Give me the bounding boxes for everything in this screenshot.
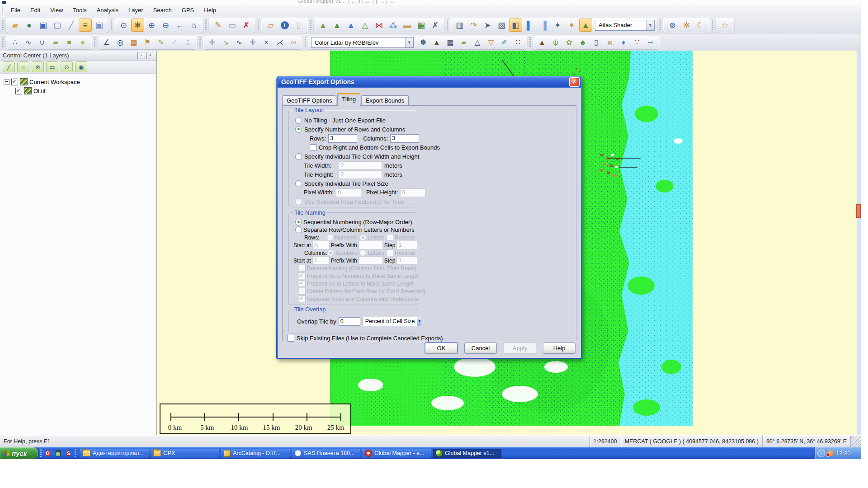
3d-view-icon[interactable]: ▧ [495, 19, 508, 32]
tree-collapse-icon[interactable] [4, 79, 9, 85]
classify-ground-icon[interactable]: ✽ [417, 37, 429, 48]
map-window-icon[interactable]: ▢ [51, 19, 64, 32]
menu-tools[interactable]: Tools [68, 6, 91, 14]
task-gpx-folder[interactable]: GPX [151, 449, 219, 458]
apply-check-icon[interactable]: ✓ [168, 37, 181, 48]
rows-columns-radio[interactable] [295, 126, 302, 133]
combo-arrow-icon[interactable]: ▼ [405, 38, 413, 47]
tab-tiling[interactable]: Tiling [337, 93, 360, 106]
create-point-icon[interactable]: ∴ [9, 37, 21, 48]
pan-hand-icon[interactable]: ✱ [131, 19, 144, 32]
layer-options-icon[interactable]: ╱ [3, 61, 15, 72]
start-button[interactable]: пуск [0, 447, 38, 459]
digitizer-pencil-icon[interactable]: ✎ [212, 19, 225, 32]
lidar-filter-icon[interactable]: ▐ [537, 19, 550, 32]
menu-layer[interactable]: Layer [123, 6, 148, 14]
s-quicklaunch-icon[interactable]: S [65, 450, 72, 457]
search-document-icon[interactable]: ▯ [292, 19, 305, 32]
extract-features-icon[interactable]: ▰ [458, 37, 470, 48]
water-type-icon[interactable]: ♦ [617, 37, 630, 48]
water-rise-icon[interactable]: ▲ [344, 19, 358, 32]
download-online-imagery-icon[interactable]: ● [23, 19, 36, 32]
feature-info-icon[interactable]: i [278, 19, 291, 32]
cell-size-radio[interactable] [295, 153, 302, 160]
task-global-mapper-2[interactable]: Global Mapper - в... [362, 449, 431, 458]
configure-icon[interactable]: ╱ [65, 19, 78, 32]
zoom-out-icon[interactable]: ⊖ [159, 19, 172, 32]
crop-layer-icon[interactable]: ▭ [46, 61, 58, 72]
antivirus-tray-icon[interactable] [827, 450, 834, 456]
key-points-icon[interactable]: ⊸ [644, 37, 657, 48]
menu-help[interactable]: Help [199, 6, 221, 14]
shrub-type-icon[interactable]: ✿ [563, 37, 576, 48]
skip-existing-checkbox[interactable] [288, 335, 294, 342]
tab-geotiff-options[interactable]: GeoTIFF Options [282, 95, 336, 105]
clear-selection-icon[interactable]: ✗ [240, 19, 253, 32]
snap-target-icon[interactable]: ◎ [114, 37, 127, 48]
filter-lidar-icon[interactable]: ▽ [485, 37, 497, 48]
menu-edit[interactable]: Edit [25, 6, 45, 14]
create-line-icon[interactable]: ∿ [22, 37, 35, 48]
zoom-in-icon[interactable]: ⊕ [145, 19, 158, 32]
favorites-star-icon[interactable]: ☆ [718, 19, 731, 32]
classify-vegetation-icon[interactable]: ▲ [430, 37, 443, 48]
crop-cells-checkbox[interactable] [310, 144, 316, 151]
classify-buildings-icon[interactable]: ▦ [444, 37, 457, 48]
paint-area-icon[interactable]: ✎ [155, 37, 167, 48]
workspace-checkbox[interactable] [11, 79, 18, 85]
cancel-button[interactable]: Cancel [464, 343, 497, 354]
settings-gear-icon[interactable]: ✲ [680, 19, 693, 32]
measure-icon[interactable]: ▱ [264, 19, 277, 32]
path-profile-icon[interactable]: ▥ [453, 19, 466, 32]
tree-item-workspace[interactable]: Current Workspace [4, 77, 156, 86]
menu-search[interactable]: Search [148, 6, 177, 14]
feature-image-icon[interactable]: ▦ [415, 19, 428, 32]
close-layer-icon[interactable]: ⊗ [32, 61, 44, 72]
combo-arrow-icon[interactable]: ▼ [646, 20, 654, 30]
layer-metadata-icon[interactable]: ≡ [17, 61, 29, 72]
no-tiling-radio[interactable] [295, 117, 302, 124]
map-vertical-scrollbar[interactable] [857, 51, 861, 436]
lift-feature-icon[interactable]: ↥ [182, 37, 194, 48]
building-type-icon[interactable]: ▯ [590, 37, 603, 48]
panel-float-button[interactable]: ▫ [137, 52, 145, 59]
app-quicklaunch-icon[interactable]: ▣ [54, 450, 62, 457]
menu-file[interactable]: File [6, 6, 25, 14]
save-workspace-icon[interactable]: ▣ [37, 19, 50, 32]
task-global-mapper-1[interactable]: Global Mapper v1... [433, 449, 501, 458]
projection-globe-icon[interactable]: ⊚ [666, 19, 679, 32]
tree-type-icon[interactable]: ♣ [576, 37, 589, 48]
clear-terrain-icon[interactable]: ✗ [429, 19, 442, 32]
help-button[interactable]: Help [543, 343, 576, 354]
pixel-size-radio[interactable] [295, 180, 302, 187]
powerline-type-icon[interactable]: ж [604, 37, 616, 48]
scale-feature-icon[interactable]: ↘ [219, 37, 232, 48]
columns-input[interactable]: 3 [390, 134, 419, 143]
flag-pole-icon[interactable]: ⚑ [141, 37, 154, 48]
menu-gps[interactable]: GPS [177, 6, 199, 14]
separate-row-column-radio[interactable] [295, 226, 302, 233]
overlap-unit-combobox[interactable]: Percent of Cell Size ▼ [363, 317, 421, 326]
rows-input[interactable]: 3 [328, 134, 357, 143]
swipe-compare-icon[interactable]: ◧ [509, 19, 522, 32]
noise-warning-icon[interactable]: △ [471, 37, 484, 48]
opera-quicklaunch-icon[interactable]: O [44, 450, 52, 457]
dialog-title-bar[interactable]: GeoTIFF Export Options ✗ [278, 76, 581, 88]
overview-window-icon[interactable]: ▣ [93, 19, 106, 32]
lidar-color-combobox[interactable]: Color Lidar by RGB/Elev ▼ [311, 37, 414, 48]
tray-chevron-icon[interactable]: ‹ [817, 450, 825, 457]
task-adm-folder[interactable]: Адм-территориал... [80, 449, 149, 458]
lidar-time-icon[interactable]: ✦ [551, 19, 564, 32]
elevation-legend-icon[interactable]: ▲ [330, 19, 344, 32]
move-feature-icon[interactable]: ✛ [206, 37, 218, 48]
create-freehand-icon[interactable]: ∪ [36, 37, 48, 48]
resize-grip[interactable] [850, 436, 861, 447]
scrollbar-thumb[interactable] [856, 204, 861, 218]
create-rectangle-icon[interactable]: ■ [63, 37, 75, 48]
task-sas-planet[interactable]: SAS.Планета 180... [292, 449, 360, 458]
watershed-icon[interactable]: ⁂ [387, 19, 400, 32]
tray-clock[interactable]: 13:30 [836, 450, 851, 457]
tab-export-bounds[interactable]: Export Bounds [361, 95, 409, 105]
attribute-grid-icon[interactable]: ▦ [127, 37, 140, 48]
ok-button[interactable]: OK [425, 343, 458, 354]
